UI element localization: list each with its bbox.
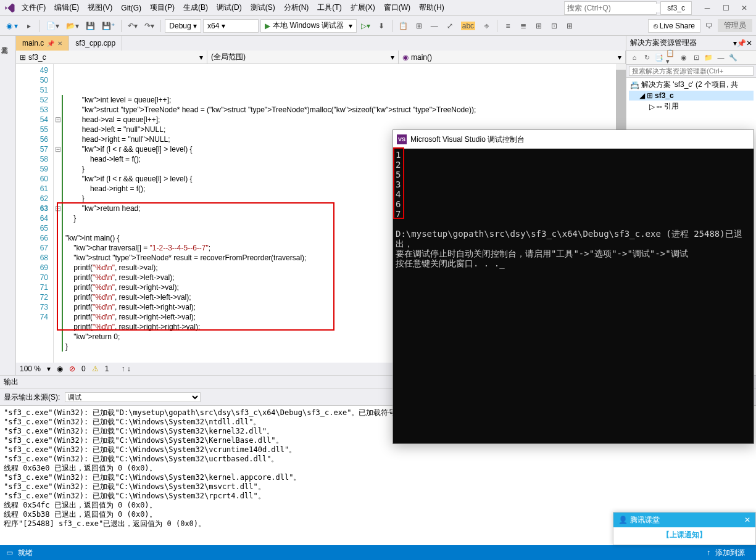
close-icon[interactable]: ✕ bbox=[57, 40, 62, 47]
open-file-button[interactable]: 📂▾ bbox=[64, 19, 81, 33]
sync-icon[interactable]: ↻ bbox=[641, 52, 652, 63]
tool-btn-11[interactable]: ⊞ bbox=[563, 19, 576, 33]
search-input[interactable] bbox=[567, 4, 660, 12]
solution-panel-title: 解决方案资源管理器 bbox=[630, 38, 733, 48]
tool-btn-9[interactable]: ⊞ bbox=[532, 19, 546, 33]
warning-count-icon[interactable]: ⚠ bbox=[92, 364, 99, 373]
status-bar: ▭ 就绪 ↑ 添加到源 bbox=[0, 545, 756, 560]
tool-icon[interactable]: ◉ bbox=[678, 52, 689, 63]
error-count-icon[interactable]: ⊘ bbox=[69, 364, 75, 373]
menu-bar: 文件(F) 编辑(E) 视图(V) Git(G) 项目(P) 生成(B) 调试(… bbox=[0, 0, 756, 16]
nav-function-dropdown[interactable]: ◉main()▾ bbox=[399, 51, 626, 64]
save-all-button[interactable]: 💾⁺ bbox=[99, 19, 117, 33]
tab-sf3-cpp[interactable]: sf3_cpp.cpp bbox=[69, 36, 122, 51]
tree-solution-root[interactable]: 📇解决方案 'sf3_c' (2 个项目, 共 bbox=[629, 79, 754, 91]
status-add-source[interactable]: 添加到源 bbox=[710, 548, 750, 558]
fold-gutter[interactable]: ⊟⊟⊟ bbox=[53, 64, 62, 363]
play-icon: ▶ bbox=[265, 22, 270, 30]
tool-btn-2[interactable]: ⊞ bbox=[412, 19, 426, 33]
tool-btn-1[interactable]: 📋 bbox=[396, 19, 410, 33]
tool-btn-8[interactable]: ≣ bbox=[517, 19, 530, 33]
tool-icon[interactable]: ⊡ bbox=[691, 52, 702, 63]
pin-icon[interactable]: 📌 bbox=[47, 40, 54, 47]
tool-btn-10[interactable]: ⊡ bbox=[547, 19, 561, 33]
vs-logo-icon bbox=[2, 1, 17, 15]
panel-pin-icon[interactable]: 📌 bbox=[737, 39, 746, 47]
menu-edit[interactable]: 编辑(E) bbox=[50, 1, 83, 15]
nav-indicator-icon[interactable]: ◉ bbox=[57, 364, 63, 373]
tool-btn-6[interactable]: ⎆ bbox=[480, 19, 493, 33]
admin-badge: 管理员 bbox=[718, 19, 752, 32]
tool-icon[interactable]: 📑 bbox=[654, 52, 665, 63]
menu-help[interactable]: 帮助(H) bbox=[415, 1, 449, 15]
platform-dropdown[interactable]: x64 ▾ bbox=[203, 19, 259, 33]
output-source-label: 显示输出来源(S): bbox=[4, 392, 60, 403]
search-box[interactable]: 🔍 bbox=[564, 1, 657, 15]
tree-project[interactable]: ◢⊞sf3_c bbox=[629, 91, 754, 101]
ready-indicator-icon: ▭ bbox=[6, 548, 13, 557]
tool-icon[interactable]: 📋▾ bbox=[666, 52, 677, 63]
output-source-dropdown[interactable]: 调试 bbox=[65, 392, 201, 402]
save-button[interactable]: 💾 bbox=[83, 19, 98, 33]
menu-extensions[interactable]: 扩展(X) bbox=[346, 1, 380, 15]
project-tag[interactable]: sf3_c bbox=[660, 1, 692, 15]
tool-btn-4[interactable]: ⤢ bbox=[443, 19, 457, 33]
share-icon: ⎋ bbox=[654, 22, 658, 30]
tencent-notification: 👤 腾讯课堂 ✕ 【上课通知】 bbox=[613, 512, 756, 545]
stop-button[interactable]: ⬇ bbox=[375, 19, 388, 33]
nav-forward-button[interactable]: ▸ bbox=[22, 19, 36, 33]
toolbar: ◉ ▾ ▸ 📄▾ 📂▾ 💾 💾⁺ ↶▾ ↷▾ Debug ▾ x64 ▾ ▶ 本… bbox=[0, 16, 756, 36]
editor-tabs: main.c 📌 ✕ sf3_cpp.cpp bbox=[16, 36, 626, 51]
status-ready: 就绪 bbox=[13, 548, 38, 558]
menu-tools[interactable]: 工具(T) bbox=[313, 1, 346, 15]
zoom-level[interactable]: 100 % bbox=[20, 364, 41, 373]
panel-close-icon[interactable]: ✕ bbox=[746, 39, 752, 47]
solution-search-input[interactable] bbox=[629, 66, 754, 76]
wrench-icon[interactable]: 🔧 bbox=[728, 52, 739, 63]
feedback-button[interactable]: 🗨 bbox=[702, 19, 716, 33]
menu-test[interactable]: 测试(S) bbox=[246, 1, 280, 15]
menu-project[interactable]: 项目(P) bbox=[146, 1, 179, 15]
line-numbers: 4950515253545556575859606162636465666768… bbox=[16, 64, 53, 363]
output-title: 输出 bbox=[4, 377, 19, 387]
tool-icon[interactable]: 📁 bbox=[703, 52, 714, 63]
minimize-button[interactable]: ─ bbox=[698, 1, 717, 15]
tree-references[interactable]: ▷▫▫引用 bbox=[629, 101, 754, 112]
live-share-button[interactable]: ⎋ Live Share bbox=[648, 19, 700, 33]
nav-scope-dropdown[interactable]: (全局范围)▾ bbox=[207, 51, 399, 64]
menu-git[interactable]: Git(G) bbox=[117, 2, 146, 14]
tool-btn-5[interactable]: abc bbox=[459, 19, 478, 33]
tab-main-c[interactable]: main.c 📌 ✕ bbox=[16, 36, 69, 51]
tencent-icon: 👤 bbox=[618, 516, 628, 524]
menu-window[interactable]: 窗口(W) bbox=[380, 1, 415, 15]
home-icon[interactable]: ⌂ bbox=[629, 52, 640, 63]
tool-icon[interactable]: — bbox=[715, 52, 726, 63]
console-app-icon: VS bbox=[397, 134, 407, 144]
console-output[interactable]: 1 2 5 3 4 6 7 D:\mysetup\gopath\src\dsy\… bbox=[393, 149, 754, 443]
undo-button[interactable]: ↶▾ bbox=[125, 19, 140, 33]
config-dropdown[interactable]: Debug ▾ bbox=[165, 19, 201, 33]
debug-console-window[interactable]: VS Microsoft Visual Studio 调试控制台 1 2 5 3… bbox=[393, 130, 754, 444]
start-debug-button[interactable]: ▶ 本地 Windows 调试器 ▾ bbox=[260, 19, 357, 33]
menu-analyze[interactable]: 分析(N) bbox=[280, 1, 314, 15]
nav-back-button[interactable]: ◉ ▾ bbox=[4, 19, 20, 33]
tencent-close-button[interactable]: ✕ bbox=[744, 516, 750, 524]
maximize-button[interactable]: ☐ bbox=[717, 1, 735, 15]
new-file-button[interactable]: 📄▾ bbox=[44, 19, 62, 33]
menu-file[interactable]: 文件(F) bbox=[17, 1, 50, 15]
redo-button[interactable]: ↷▾ bbox=[142, 19, 157, 33]
nav-project-dropdown[interactable]: ⊞sf3_c▾ bbox=[16, 51, 207, 64]
console-title-bar[interactable]: VS Microsoft Visual Studio 调试控制台 bbox=[393, 130, 754, 149]
toolbox-sidebar[interactable]: 工具箱 bbox=[0, 36, 16, 375]
menu-debug[interactable]: 调试(D) bbox=[212, 1, 246, 15]
menu-build[interactable]: 生成(B) bbox=[179, 1, 212, 15]
tool-btn-7[interactable]: ≡ bbox=[501, 19, 515, 33]
solution-toolbar: ⌂ ↻ 📑 📋▾ ◉ ⊡ 📁 — 🔧 bbox=[626, 51, 756, 65]
tencent-notice-text[interactable]: 【上课通知】 bbox=[613, 527, 755, 543]
step-button[interactable]: ▷▾ bbox=[359, 19, 373, 33]
menu-view[interactable]: 视图(V) bbox=[83, 1, 117, 15]
tool-btn-3[interactable]: — bbox=[428, 19, 441, 33]
close-button[interactable]: ✕ bbox=[735, 1, 754, 15]
